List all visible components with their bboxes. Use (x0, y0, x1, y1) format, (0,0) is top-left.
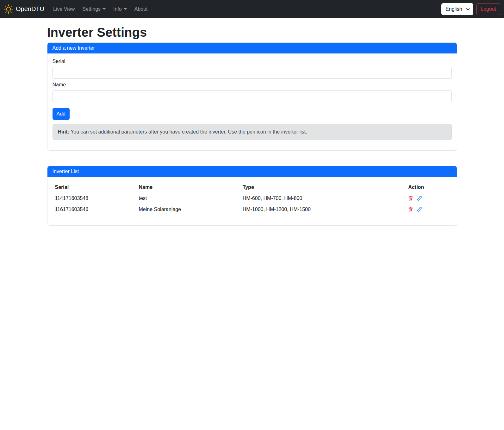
add-inverter-card-body: Serial Name Add Hint: You can set additi… (47, 53, 457, 150)
cell-name: Meine Solaranlage (136, 204, 240, 215)
table-row: 114171603548 test HM-600, HM-700, HM-800 (53, 193, 452, 204)
inverter-table: Serial Name Type Action 114171603548 tes… (53, 182, 452, 215)
hint-alert-text: You can set additional parameters after … (69, 129, 307, 134)
cell-name: test (136, 193, 240, 204)
nav-item-live-view[interactable]: Live View (51, 4, 77, 15)
language-select[interactable]: English (441, 3, 473, 15)
nav-item-about[interactable]: About (132, 4, 150, 15)
name-label: Name (53, 82, 452, 88)
add-inverter-card: Add a new Inverter Serial Name Add Hint:… (47, 42, 457, 151)
column-header-type: Type (240, 182, 406, 193)
caret-down-icon (103, 8, 106, 10)
nav-item-info-label: Info (113, 6, 122, 12)
caret-down-icon (124, 8, 127, 10)
column-header-name: Name (136, 182, 240, 193)
name-input[interactable] (53, 90, 452, 102)
pencil-icon (417, 207, 422, 212)
delete-inverter-button[interactable] (408, 196, 413, 201)
hint-alert: Hint: You can set additional parameters … (53, 124, 452, 140)
edit-inverter-button[interactable] (417, 196, 422, 201)
nav-links: Live View Settings Info About (49, 4, 152, 15)
serial-input[interactable] (53, 67, 452, 79)
trash-icon (408, 207, 413, 212)
table-header-row: Serial Name Type Action (53, 182, 452, 193)
nav-item-settings[interactable]: Settings (80, 4, 108, 15)
pencil-icon (417, 196, 422, 201)
cell-serial: 114171603548 (53, 193, 136, 204)
navbar-left: OpenDTU Live View Settings Info About (4, 4, 152, 15)
cell-type: HM-1000, HM-1200, HM-1500 (240, 204, 406, 215)
column-header-serial: Serial (53, 182, 136, 193)
sun-icon (4, 4, 13, 14)
add-button[interactable]: Add (53, 108, 70, 120)
inverter-list-card-header: Inverter List (47, 166, 457, 177)
edit-inverter-button[interactable] (417, 207, 422, 212)
cell-serial: 116171603546 (53, 204, 136, 215)
add-inverter-card-header: Add a new Inverter (47, 43, 457, 53)
table-row: 116171603546 Meine Solaranlage HM-1000, … (53, 204, 452, 215)
delete-inverter-button[interactable] (408, 207, 413, 212)
serial-label: Serial (53, 59, 452, 64)
trash-icon (408, 196, 413, 201)
column-header-action: Action (406, 182, 451, 193)
hint-alert-bold: Hint: (58, 129, 69, 134)
logout-button[interactable]: Logout (476, 3, 500, 15)
language-select-wrap: English (441, 3, 473, 15)
page-title: Inverter Settings (47, 25, 457, 40)
cell-action (406, 193, 451, 204)
inverter-list-card-body: Serial Name Type Action 114171603548 tes… (47, 177, 457, 225)
navbar: OpenDTU Live View Settings Info About En… (0, 0, 504, 18)
inverter-list-card: Inverter List Serial Name Type Action 11… (47, 166, 457, 226)
cell-type: HM-600, HM-700, HM-800 (240, 193, 406, 204)
navbar-right: English Logout (441, 3, 500, 15)
nav-item-info[interactable]: Info (111, 4, 129, 15)
main-content: Inverter Settings Add a new Inverter Ser… (43, 18, 461, 238)
cell-action (406, 204, 451, 215)
brand-label: OpenDTU (16, 5, 44, 13)
brand-link[interactable]: OpenDTU (4, 4, 44, 14)
nav-item-settings-label: Settings (82, 6, 101, 12)
